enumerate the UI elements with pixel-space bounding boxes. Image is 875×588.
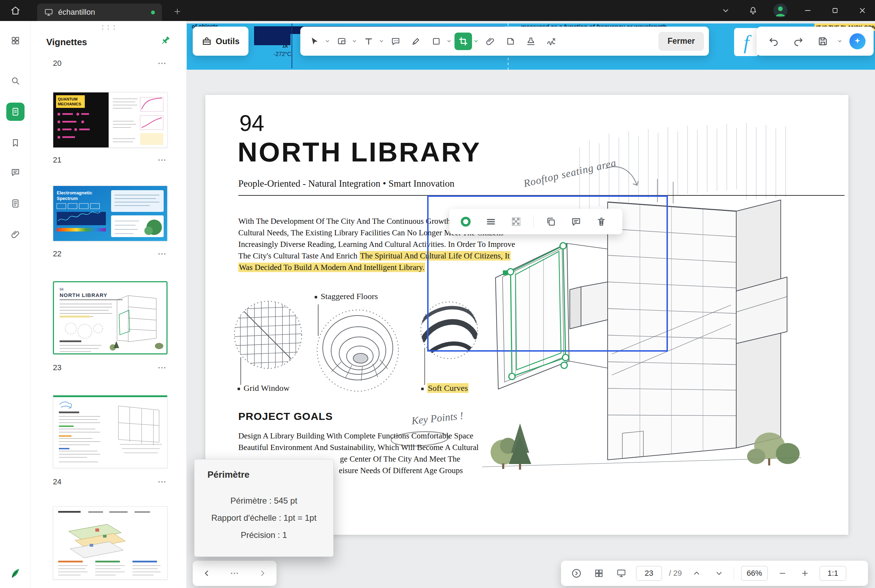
page-menu-button[interactable] bbox=[156, 61, 167, 66]
page-thumbnail-25[interactable] bbox=[53, 506, 167, 580]
page-number-row: 22 bbox=[53, 248, 167, 260]
page22-formula-f: f bbox=[734, 28, 759, 56]
attachment-tool[interactable] bbox=[481, 33, 499, 50]
prev-page-button[interactable] bbox=[199, 566, 215, 581]
ellipsis-icon bbox=[229, 570, 240, 576]
measurement-popup: Périmètre Périmètre : 545 pt Rapport d'é… bbox=[194, 459, 334, 557]
duplicate-icon bbox=[546, 216, 556, 227]
duplicate-button[interactable] bbox=[543, 214, 559, 230]
stamp-tool[interactable] bbox=[522, 33, 540, 50]
document-info-button[interactable] bbox=[6, 194, 24, 213]
line-style-button[interactable] bbox=[483, 214, 499, 230]
home-button[interactable] bbox=[0, 0, 31, 21]
annotations-button[interactable] bbox=[6, 163, 24, 182]
slideshow-button[interactable] bbox=[613, 566, 629, 581]
page-total-label: / 29 bbox=[669, 569, 682, 578]
close-toolbar-button[interactable]: Fermer bbox=[659, 32, 704, 51]
document-tab[interactable]: échantillon bbox=[37, 3, 162, 21]
tools-launcher-button[interactable]: Outils bbox=[193, 27, 248, 56]
marker-pen-icon bbox=[411, 36, 421, 46]
new-tab-button[interactable] bbox=[170, 5, 185, 18]
next-page-chevron[interactable] bbox=[711, 566, 727, 581]
previous-page-chevron[interactable] bbox=[689, 566, 704, 581]
page-number-label: 24 bbox=[53, 477, 61, 486]
frame-icon bbox=[337, 36, 347, 46]
chevron-down-icon bbox=[722, 6, 730, 15]
page-thumbnail-24[interactable] bbox=[53, 395, 167, 468]
expand-panel-button[interactable] bbox=[569, 566, 584, 581]
text-tool[interactable] bbox=[360, 33, 377, 50]
actual-size-button[interactable]: 1:1 bbox=[819, 566, 846, 580]
next-page-button[interactable] bbox=[255, 566, 270, 581]
workspace-grid-button[interactable] bbox=[6, 32, 24, 50]
zoom-out-button[interactable] bbox=[775, 566, 790, 581]
page-number-label: 20 bbox=[53, 59, 61, 68]
history-toolbar bbox=[756, 27, 873, 56]
undo-button[interactable] bbox=[765, 33, 782, 50]
search-button[interactable] bbox=[6, 72, 24, 90]
page-thumbnail-22[interactable]: Electromagnetic Spectrum bbox=[53, 186, 167, 241]
zoom-in-button[interactable] bbox=[797, 566, 813, 581]
select-tool[interactable] bbox=[306, 33, 323, 50]
opacity-button[interactable] bbox=[508, 214, 524, 230]
crop-measure-tool-active[interactable] bbox=[454, 33, 472, 50]
notifications-button[interactable] bbox=[744, 2, 762, 20]
plus-icon bbox=[173, 8, 182, 16]
maximize-button[interactable] bbox=[826, 2, 844, 20]
crop-icon bbox=[459, 36, 468, 46]
chevron-down-icon[interactable] bbox=[379, 39, 384, 44]
doc-paragraph-line: eisure Needs Of Different Age Groups bbox=[339, 465, 463, 476]
grid-view-button[interactable] bbox=[591, 566, 607, 581]
comment-list-icon bbox=[11, 167, 20, 177]
thumbnails-panel-button[interactable] bbox=[6, 103, 24, 121]
comment-tool[interactable] bbox=[387, 33, 404, 50]
delete-button[interactable] bbox=[593, 214, 609, 230]
comment-icon bbox=[571, 216, 581, 227]
note-button[interactable] bbox=[568, 214, 584, 230]
pin-icon[interactable] bbox=[160, 35, 171, 46]
perimeter-value: Périmètre : 545 pt bbox=[231, 496, 298, 506]
bookmarks-button[interactable] bbox=[6, 134, 24, 152]
opacity-checker-icon bbox=[511, 216, 522, 227]
highlighter-tool[interactable] bbox=[407, 33, 425, 50]
page-number-print: 94 bbox=[239, 110, 264, 136]
signature-tool[interactable] bbox=[543, 33, 560, 50]
sparkle-icon bbox=[853, 37, 862, 46]
page-thumbnail-21[interactable]: QUANTUM MECHANICS bbox=[53, 92, 167, 148]
doc-title: NORTH LIBRARY bbox=[238, 136, 481, 168]
trash-icon bbox=[596, 216, 607, 227]
panel-drag-handle[interactable] bbox=[102, 25, 117, 30]
stroke-color-button[interactable] bbox=[458, 214, 474, 230]
chevron-down-icon[interactable] bbox=[474, 39, 479, 44]
chevron-down-icon[interactable] bbox=[352, 39, 357, 44]
save-button[interactable] bbox=[814, 33, 831, 50]
svg-text:Spectrum: Spectrum bbox=[57, 196, 78, 201]
chevron-up-icon bbox=[692, 569, 701, 578]
close-window-button[interactable] bbox=[853, 2, 872, 20]
page-menu-button[interactable] bbox=[156, 365, 167, 370]
shapes-tool[interactable] bbox=[427, 33, 445, 50]
page-menu-button[interactable] bbox=[156, 479, 167, 485]
collapse-toolbar-button[interactable] bbox=[717, 2, 735, 20]
chevron-down-icon[interactable] bbox=[325, 39, 330, 44]
page-menu-button[interactable] bbox=[156, 157, 167, 163]
tools-label: Outils bbox=[215, 36, 239, 46]
monitor-icon bbox=[44, 8, 53, 17]
minimize-button[interactable] bbox=[798, 2, 817, 20]
chevron-down-icon[interactable] bbox=[837, 39, 842, 44]
ai-assistant-button[interactable] bbox=[849, 33, 866, 50]
attachments-button[interactable] bbox=[6, 225, 24, 243]
sticker-tool[interactable] bbox=[502, 33, 519, 50]
page-number-row: 21 bbox=[53, 154, 167, 166]
account-button[interactable] bbox=[771, 2, 789, 20]
chevron-circle-icon bbox=[571, 568, 582, 579]
chevron-down-icon[interactable] bbox=[447, 39, 452, 44]
page-thumbnail-23-selected[interactable]: 94 NORTH LIBRARY bbox=[53, 281, 167, 354]
redo-button[interactable] bbox=[789, 33, 807, 50]
zoom-level-button[interactable]: 66% bbox=[741, 566, 768, 580]
page-number-input[interactable]: 23 bbox=[636, 566, 662, 580]
page-menu-button[interactable] bbox=[156, 251, 167, 257]
grid-icon bbox=[11, 36, 20, 45]
more-options-button[interactable] bbox=[227, 566, 242, 581]
frame-capture-tool[interactable] bbox=[333, 33, 350, 50]
